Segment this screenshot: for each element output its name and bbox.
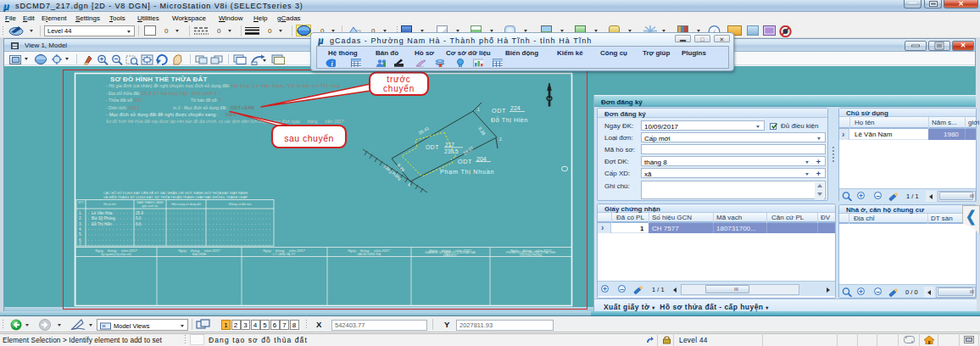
svg-text:- Hộ gia đình (cá nhân) đề ngh: - Hộ gia đình (cá nhân) đề nghị chuyển m… xyxy=(106,83,341,88)
svg-text:CÁN BỘ KIỂM TRA: CÁN BỘ KIỂM TRA xyxy=(357,252,381,256)
svg-text:9.28: 9.28 xyxy=(477,126,487,136)
svg-text:3.: 3. xyxy=(79,222,82,226)
svg-text:ODT: ODT xyxy=(426,144,439,150)
svg-text:Phạm Thị Nhuần: Phạm Thị Nhuần xyxy=(440,168,494,176)
svg-text:Ngày tháng năm 2017: Ngày tháng năm 2017 xyxy=(178,248,220,253)
svg-text:26.41: 26.41 xyxy=(418,126,431,136)
svg-text:5.: 5. xyxy=(79,232,82,237)
svg-text:sau chuyển: sau chuyển xyxy=(284,133,334,143)
svg-text:Ngày tháng năm 2017: Ngày tháng năm 2017 xyxy=(263,248,305,253)
svg-text:trước: trước xyxy=(387,75,410,84)
svg-text:TRƯỞNG PHÒNG: TRƯỞNG PHÒNG xyxy=(519,253,543,257)
svg-text:Đỗ Thị Hiền: Đỗ Thị Hiền xyxy=(92,221,113,226)
svg-text:- Thửa đất số: 217Tờ bản đồ số: - Thửa đất số: 217Tờ bản đồ số: 7 xyxy=(106,98,221,103)
svg-text:Lê Văn Hòa: Lê Văn Hòa xyxy=(92,211,113,215)
svg-text:Hiện trạng sử dụng đất: Hiện trạng sử dụng đất xyxy=(171,203,201,206)
svg-text:2.: 2. xyxy=(79,216,82,220)
svg-text:GIÁM ĐỐC: GIÁM ĐỐC xyxy=(443,253,458,257)
svg-text:Bùi Sỹ Phúng: Bùi Sỹ Phúng xyxy=(92,216,115,220)
svg-text:2: 2 xyxy=(499,137,502,142)
svg-text:9.29: 9.29 xyxy=(396,163,405,173)
svg-text:- Mục đích sử dụng đất đề nghị: - Mục đích sử dụng đất đề nghị được chuy… xyxy=(106,112,237,117)
svg-text:ODT: ODT xyxy=(458,158,472,165)
svg-text:Đỗ Thị Hiền: Đỗ Thị Hiền xyxy=(491,116,528,124)
svg-text:1: 1 xyxy=(477,107,480,112)
svg-text:- Địa chỉ thửa đất: 15.3.17 Hà: - Địa chỉ thửa đất: 15.3.17 Hà Huy Tập, … xyxy=(106,91,217,96)
svg-text:Họ và tên: Họ và tên xyxy=(103,203,116,206)
svg-text:217: 217 xyxy=(445,142,454,148)
svg-text:C.T. UBND XÃ, P.T: C.T. UBND XÃ, P.T xyxy=(272,252,295,256)
svg-text:- Diện tích: 109,7m 2- Mục đíc: - Diện tích: 109,7m 2- Mục đích sử dụng … xyxy=(106,105,255,110)
svg-text:STT: STT xyxy=(78,201,83,204)
svg-text:Ngày tháng năm 2017: Ngày tháng năm 2017 xyxy=(95,248,137,253)
svg-text:24.27: 24.27 xyxy=(462,145,475,156)
svg-text:chuyển: chuyển xyxy=(383,84,415,93)
svg-text:ĐỊA CHÍNH: ĐỊA CHÍNH xyxy=(192,253,207,256)
svg-text:VÀ HIỆN TRẠNG SỬ DỤNG ĐẤT, SỰ: VÀ HIỆN TRẠNG SỬ DỤNG ĐẤT, SỰ THỞA THUẬN… xyxy=(103,195,248,199)
svg-text:(ký người(s) ký nhận xét): (ký người(s) ký nhận xét) xyxy=(101,253,131,256)
svg-text:Ngày tháng năm 2017: Ngày tháng năm 2017 xyxy=(348,248,390,253)
svg-text:204: 204 xyxy=(476,156,487,162)
svg-text:Không có đất nào: Không có đất nào xyxy=(229,203,252,206)
svg-text:1.: 1. xyxy=(79,211,82,215)
svg-text:224: 224 xyxy=(510,105,521,111)
svg-text:4: 4 xyxy=(408,182,410,187)
svg-text:7.: 7. xyxy=(79,243,82,247)
svg-text:4.: 4. xyxy=(79,227,82,232)
svg-text:239.5: 239.5 xyxy=(444,148,459,154)
svg-text:ODT: ODT xyxy=(492,107,506,114)
svg-text:SƠ ĐỒ HÌNH THỂ THỬA ĐẤT: SƠ ĐỒ HÌNH THỂ THỬA ĐẤT xyxy=(110,75,208,83)
svg-text:25.9: 25.9 xyxy=(136,211,143,215)
svg-text:Sơ đồ hình thể thửa đất này đư: Sơ đồ hình thể thửa đất này được lập trê… xyxy=(106,119,345,124)
svg-text:6.: 6. xyxy=(79,238,82,243)
svg-text:góp canh tác: góp canh tác xyxy=(142,204,159,208)
